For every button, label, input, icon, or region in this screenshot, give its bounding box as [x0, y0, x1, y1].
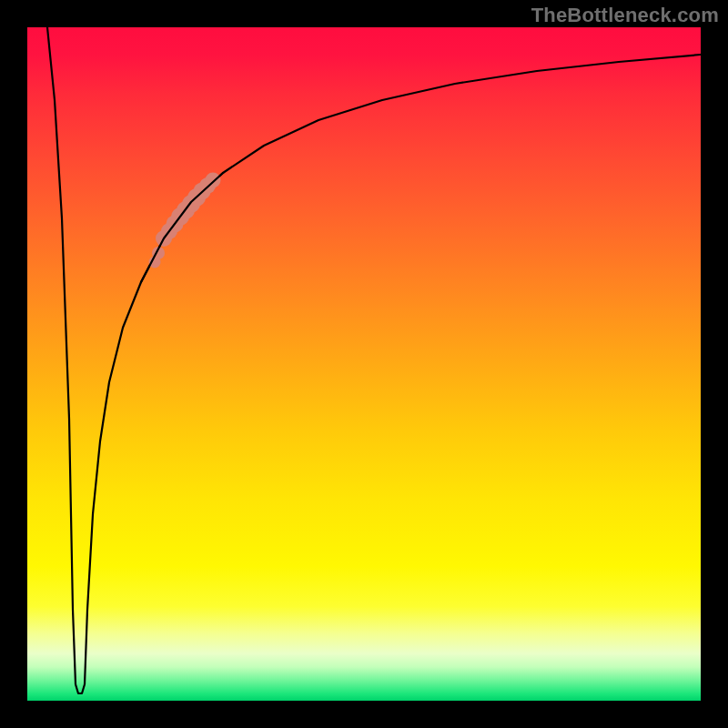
- bottleneck-curve: [47, 27, 701, 693]
- highlight-blob: [149, 173, 221, 268]
- curve-svg: [27, 27, 701, 701]
- plot-area: [27, 27, 701, 701]
- svg-point-9: [206, 173, 221, 188]
- chart-frame: TheBottleneck.com: [0, 0, 728, 728]
- watermark-text: TheBottleneck.com: [531, 4, 719, 27]
